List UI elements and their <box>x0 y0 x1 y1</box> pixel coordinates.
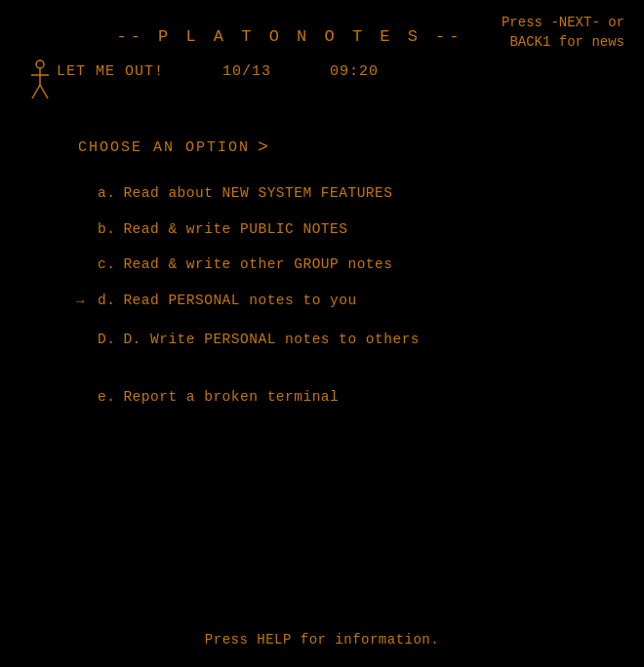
option-c[interactable]: c. Read & write other GROUP notes <box>98 257 624 272</box>
option-e-key: e. <box>98 390 115 405</box>
chevron-icon: > <box>258 137 270 157</box>
option-c-text: Read & write other GROUP notes <box>123 257 392 272</box>
press-next-area: Press -NEXT- or BACK1 for news <box>502 12 624 52</box>
option-D-text: D. Write PERSONAL notes to others <box>123 333 420 347</box>
option-D-key: D. <box>98 333 115 347</box>
option-e[interactable]: e. Report a broken terminal <box>98 390 624 405</box>
svg-line-3 <box>32 85 40 98</box>
choose-section: CHOOSE AN OPTION > <box>78 137 624 157</box>
user-line: LET ME OUT! 10/13 09:20 <box>29 59 624 102</box>
option-d-group: → d. Read PERSONAL notes to you D. D. Wr… <box>98 294 624 369</box>
user-time: 09:20 <box>330 63 379 80</box>
footer-text: Press HELP for information. <box>205 632 439 647</box>
user-name: LET ME OUT! <box>57 63 164 80</box>
option-b-key: b. <box>98 222 115 237</box>
stick-figure-icon <box>29 59 51 102</box>
option-b-text: Read & write PUBLIC NOTES <box>123 222 347 237</box>
user-info: LET ME OUT! 10/13 09:20 <box>57 59 379 80</box>
option-b[interactable]: b. Read & write PUBLIC NOTES <box>98 222 624 237</box>
option-a-key: a. <box>98 186 115 201</box>
option-a-text: Read about NEW SYSTEM FEATURES <box>123 186 392 201</box>
option-c-key: c. <box>98 257 115 272</box>
press-next-line2: BACK1 for news <box>502 33 624 53</box>
option-D[interactable]: D. D. Write PERSONAL notes to others <box>98 333 624 347</box>
title-center: -- P L A T O N O T E S -- <box>78 12 502 46</box>
svg-point-0 <box>36 60 44 68</box>
footer: Press HELP for information. <box>0 632 644 647</box>
choose-label: CHOOSE AN OPTION > <box>78 137 624 157</box>
option-d-text: Read PERSONAL notes to you <box>123 294 356 308</box>
options-list: a. Read about NEW SYSTEM FEATURES b. Rea… <box>98 186 624 425</box>
svg-line-4 <box>40 85 48 98</box>
choose-text: CHOOSE AN OPTION <box>78 139 250 156</box>
header-area: -- P L A T O N O T E S -- Press -NEXT- o… <box>20 12 624 52</box>
page-title: -- P L A T O N O T E S -- <box>116 27 463 46</box>
user-date: 10/13 <box>222 63 271 80</box>
option-e-text: Report a broken terminal <box>123 390 339 405</box>
option-d-arrow-icon: → <box>76 294 84 309</box>
option-a[interactable]: a. Read about NEW SYSTEM FEATURES <box>98 186 624 201</box>
screen: -- P L A T O N O T E S -- Press -NEXT- o… <box>0 0 644 667</box>
option-d-key: d. <box>98 294 115 308</box>
press-next-line1: Press -NEXT- or <box>502 14 624 33</box>
option-d[interactable]: d. Read PERSONAL notes to you <box>98 294 624 308</box>
